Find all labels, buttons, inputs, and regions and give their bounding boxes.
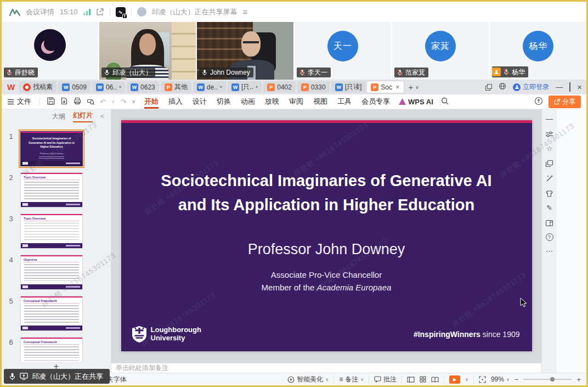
tab-outline[interactable]: 大纲 [52,112,65,121]
maximize-window-icon[interactable] [569,83,570,91]
comment-icon [374,376,381,383]
search-icon[interactable] [441,97,449,106]
meeting-detail-link[interactable]: 会议详情 [26,7,54,17]
help-icon[interactable]: ? [546,233,553,241]
tab-wps-ai[interactable]: WPS AI [399,98,433,106]
slide-thumbnail-6[interactable]: Conceptual Framework [20,337,83,362]
fit-slide-button[interactable] [479,376,486,383]
tab-design[interactable]: 设计 [191,94,208,109]
doc-tab[interactable]: W0623 [127,81,159,93]
ppt-file-icon: P [165,83,172,91]
slide-thumbnail-3[interactable]: Topic Overview [20,214,83,249]
collapse-panel-icon[interactable]: < [100,113,104,120]
current-slide[interactable]: Sociotechnical Imaginaries of Generative… [121,120,532,351]
close-window-icon[interactable]: × [577,82,582,92]
layout-switch-icon[interactable]: ≡ [243,7,248,16]
participant-nametag: 李天一 [297,68,331,77]
collapse-rail-icon[interactable]: — [545,115,554,124]
tab-transition[interactable]: 切换 [216,94,232,109]
upload-cloud-icon[interactable] [534,97,543,107]
slide-thumbnail-1[interactable]: Sociotechnical Imaginaries of Generative… [20,131,83,166]
play-slideshow-button[interactable]: ▶ [449,375,460,384]
zoom-level[interactable]: 99%∨ [491,375,510,383]
save-icon[interactable] [47,97,55,106]
sharing-indicator-overlay[interactable]: 邱凌（山大）正在共享 [4,369,110,384]
copy-slide-icon[interactable] [545,159,554,168]
wps-logo-icon[interactable]: W [7,82,15,92]
participant-tile-john-downey[interactable]: John Downey [197,22,293,80]
doc-tab[interactable]: W0509 [58,81,91,93]
participant-nametag: 邱凌（山大） [101,68,155,77]
doc-tab[interactable]: 找稿素 [19,81,56,93]
tab-list-dropdown-icon[interactable]: ∨ [415,85,419,90]
slide-footer-tagline: #InspiringWinners since 1909 [414,330,520,339]
quickbar-dropdown-icon[interactable]: ∨ [132,99,135,104]
tab-animation[interactable]: 动画 [240,94,256,109]
slide-canvas[interactable]: Sociotechnical Imaginaries of Generative… [111,109,541,363]
doc-tab[interactable]: P其他 [161,81,191,93]
doc-tab[interactable]: W[只读] [331,81,366,93]
output-pdf-icon[interactable] [60,97,68,106]
undo-icon[interactable]: ↶ [100,98,106,106]
ppt-file-icon: P [371,83,378,91]
tab-membership[interactable]: 会员专享 [360,94,391,109]
tab-insert[interactable]: 插入 [167,94,184,109]
participant-tile-qiuling[interactable]: 邱凌（山大） [99,22,196,80]
favorites-star-icon[interactable]: ☆ [545,144,554,153]
zoom-out-button[interactable]: − [514,375,519,384]
file-menu[interactable]: 文件 [7,97,31,106]
close-tab-icon[interactable]: × [395,83,400,91]
open-external-icon[interactable] [96,8,104,16]
notes-input[interactable]: 单击此处添加备注 [111,363,541,373]
play-options-dropdown-icon[interactable]: ∨ [465,377,468,382]
more-tools-icon[interactable]: ⋯ [545,247,554,256]
slide-thumbnail-2[interactable]: Topic Overview [20,172,83,207]
doc-tab[interactable]: P0402 [263,81,296,93]
comments-button[interactable]: 批注 [374,375,397,384]
tab-view[interactable]: 视图 [312,94,329,109]
slide-thumbnail-5[interactable]: Conceptual Framework [20,296,83,331]
notes-button[interactable]: ≡ 备注∨ [339,375,364,384]
participant-tile-xueshuxiao[interactable]: 薛舒晓 [2,22,98,80]
network-signal-icon [83,9,91,15]
properties-sliders-icon[interactable] [545,130,554,138]
document-tabbar: W 找稿素 W0509 W06..• W0623 P其他 Wde..• W[只.… [2,80,586,94]
integration-globe-icon[interactable] [499,82,506,92]
doc-tab[interactable]: P0330 [297,81,330,93]
translation-icon[interactable]: ∿T [116,7,126,17]
participant-tile-yanghua[interactable]: 杨华 杨华 [490,22,586,80]
undo-dropdown-icon[interactable]: ∨ [111,99,115,104]
zoom-slider[interactable] [523,379,572,380]
redo-icon[interactable]: ↷ [121,98,127,106]
slide-sorter-button[interactable] [420,376,426,383]
new-tab-icon[interactable]: + [409,82,414,92]
skin-theme-icon[interactable] [545,189,554,198]
participant-nametag: 范家萁 [394,68,428,77]
smart-beautify-button[interactable]: 智能美化∨ [287,375,329,384]
layout-book-icon[interactable] [545,218,554,227]
participant-tile-litianyi[interactable]: 天一 李天一 [295,22,391,80]
print-preview-icon[interactable] [87,97,94,106]
doc-tab[interactable]: W[只..• [228,81,262,93]
minimize-window-icon[interactable]: — [556,83,563,91]
participant-tile-fanjiaqi[interactable]: 家萁 范家萁 [392,22,489,80]
print-icon[interactable] [74,97,81,106]
share-button[interactable]: 分享 [549,96,581,108]
tab-slides[interactable]: 幻灯片 [73,111,93,122]
tab-home[interactable]: 开始 [143,94,160,109]
slide-thumbnail-4[interactable]: Objective [20,255,83,290]
doc-tab-active[interactable]: PSoc× [367,81,403,93]
merge-windows-icon[interactable] [485,84,492,91]
tab-review[interactable]: 审阅 [288,94,304,109]
zoom-in-button[interactable]: + [576,375,581,384]
host-person-icon [492,68,501,76]
tab-slideshow[interactable]: 放映 [264,94,280,109]
signature-pencil-icon[interactable]: ✎ [545,204,554,212]
login-button[interactable]: 立即登录 [513,82,549,92]
tools-wand-icon[interactable] [545,174,554,183]
reading-view-button[interactable] [431,377,439,383]
doc-tab[interactable]: Wde..• [193,81,226,93]
normal-view-button[interactable] [407,377,415,383]
tab-tools[interactable]: 工具 [336,94,353,109]
doc-tab[interactable]: W06..• [92,81,125,93]
